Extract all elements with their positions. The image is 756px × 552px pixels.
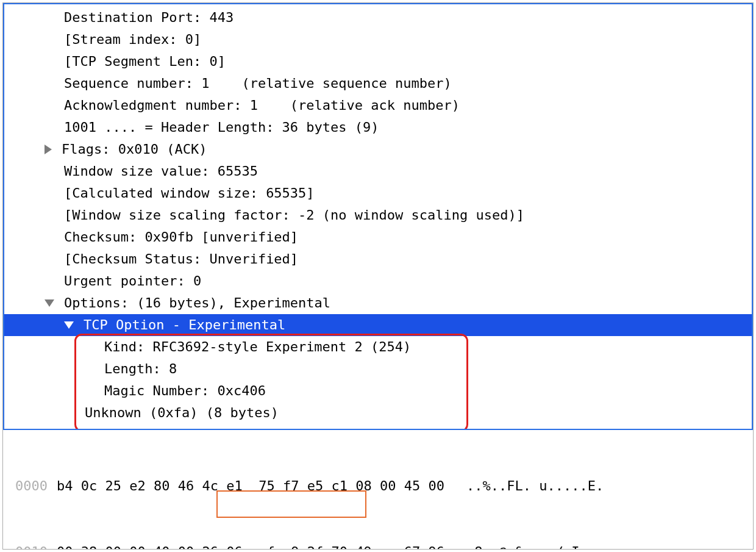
hex-bytes[interactable]: b4 0c 25 e2 80 46 4c e1 75 f7 e5 c1 08 0… <box>57 475 444 497</box>
field-option-length[interactable]: Length: 8 <box>4 358 752 380</box>
field-option-kind[interactable]: Kind: RFC3692-style Experiment 2 (254) <box>4 336 752 358</box>
wireshark-frame: Destination Port: 443 [Stream index: 0] … <box>2 2 754 550</box>
hex-bytes[interactable]: 00 38 00 00 40 00 26 06 cf e9 2f 70 49 c… <box>57 541 444 549</box>
field-checksum-status[interactable]: [Checksum Status: Unverified] <box>4 248 752 270</box>
chevron-down-icon[interactable] <box>45 299 54 307</box>
field-window-scaling[interactable]: [Window size scaling factor: -2 (no wind… <box>4 204 752 226</box>
hex-ascii[interactable]: ..%..FL. u.....E. <box>444 475 604 497</box>
field-option-magic[interactable]: Magic Number: 0xc406 <box>4 380 752 402</box>
packet-bytes-pane[interactable]: 0000 b4 0c 25 e2 80 46 4c e1 75 f7 e5 c1… <box>3 430 753 549</box>
field-flags-label: Flags: 0x010 (ACK) <box>62 138 207 160</box>
field-option-unknown[interactable]: Unknown (0xfa) (8 bytes) <box>4 402 752 424</box>
packet-details-pane[interactable]: Destination Port: 443 [Stream index: 0] … <box>3 3 753 430</box>
hex-row-0010[interactable]: 0010 00 38 00 00 40 00 26 06 cf e9 2f 70… <box>3 541 753 549</box>
field-ack-number[interactable]: Acknowledgment number: 1 (relative ack n… <box>4 95 752 116</box>
hex-row-0000[interactable]: 0000 b4 0c 25 e2 80 46 4c e1 75 f7 e5 c1… <box>3 475 753 497</box>
field-destination-port[interactable]: Destination Port: 443 <box>4 7 752 29</box>
field-urgent-pointer[interactable]: Urgent pointer: 0 <box>4 270 752 292</box>
field-checksum[interactable]: Checksum: 0x90fb [unverified] <box>4 226 752 248</box>
field-tcp-segment-len[interactable]: [TCP Segment Len: 0] <box>4 51 752 73</box>
chevron-down-icon[interactable] <box>64 321 74 329</box>
field-header-length[interactable]: 1001 .... = Header Length: 36 bytes (9) <box>4 116 752 138</box>
field-sequence-number[interactable]: Sequence number: 1 (relative sequence nu… <box>4 73 752 95</box>
hex-ascii[interactable]: .8..@.&. ../pI.g. <box>444 541 604 549</box>
field-calc-window-size[interactable]: [Calculated window size: 65535] <box>4 182 752 204</box>
field-flags[interactable]: Flags: 0x010 (ACK) <box>4 138 752 160</box>
chevron-right-icon[interactable] <box>45 145 52 154</box>
field-window-size[interactable]: Window size value: 65535 <box>4 160 752 182</box>
hex-offset: 0010 <box>3 541 57 549</box>
hex-offset: 0000 <box>3 475 57 497</box>
field-tcp-option-experimental[interactable]: TCP Option - Experimental <box>4 314 752 336</box>
field-options[interactable]: Options: (16 bytes), Experimental <box>4 292 752 314</box>
field-stream-index[interactable]: [Stream index: 0] <box>4 29 752 51</box>
field-tcp-option-experimental-label: TCP Option - Experimental <box>84 314 285 336</box>
field-options-label: Options: (16 bytes), Experimental <box>64 292 330 314</box>
